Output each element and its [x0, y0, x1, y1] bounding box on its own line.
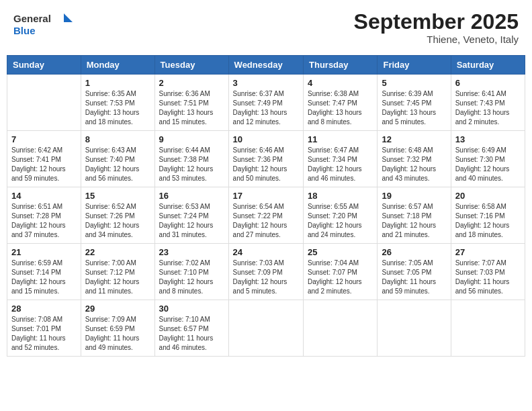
calendar-cell — [378, 300, 451, 357]
day-info: Sunrise: 6:47 AM Sunset: 7:34 PM Dayligh… — [308, 146, 373, 183]
day-info: Sunrise: 6:52 AM Sunset: 7:26 PM Dayligh… — [85, 202, 150, 240]
calendar-cell: 21Sunrise: 6:59 AM Sunset: 7:14 PM Dayli… — [7, 244, 81, 300]
day-number: 11 — [308, 134, 373, 144]
day-number: 4 — [308, 78, 373, 88]
calendar-cell: 15Sunrise: 6:52 AM Sunset: 7:26 PM Dayli… — [81, 187, 154, 244]
location-subtitle: Thiene, Veneto, Italy — [354, 34, 519, 45]
calendar-cell: 3Sunrise: 6:37 AM Sunset: 7:49 PM Daylig… — [228, 75, 303, 131]
calendar-cell: 13Sunrise: 6:49 AM Sunset: 7:30 PM Dayli… — [451, 131, 525, 187]
day-number: 25 — [308, 247, 373, 257]
day-number: 18 — [308, 191, 373, 201]
calendar-cell: 10Sunrise: 6:46 AM Sunset: 7:36 PM Dayli… — [228, 131, 303, 187]
calendar-cell: 28Sunrise: 7:08 AM Sunset: 7:01 PM Dayli… — [7, 300, 81, 357]
day-info: Sunrise: 7:09 AM Sunset: 6:59 PM Dayligh… — [85, 315, 150, 353]
day-info: Sunrise: 7:10 AM Sunset: 6:57 PM Dayligh… — [159, 315, 224, 353]
day-number: 16 — [159, 191, 224, 201]
day-info: Sunrise: 7:08 AM Sunset: 7:01 PM Dayligh… — [11, 315, 77, 353]
calendar-cell: 6Sunrise: 6:41 AM Sunset: 7:43 PM Daylig… — [451, 75, 525, 131]
calendar-week-row: 1Sunrise: 6:35 AM Sunset: 7:53 PM Daylig… — [7, 75, 525, 131]
calendar-cell: 23Sunrise: 7:02 AM Sunset: 7:10 PM Dayli… — [154, 244, 228, 300]
day-number: 1 — [85, 78, 150, 88]
day-number: 23 — [159, 247, 224, 257]
svg-text:Blue: Blue — [13, 25, 36, 36]
calendar-cell: 14Sunrise: 6:51 AM Sunset: 7:28 PM Dayli… — [7, 187, 81, 244]
calendar-cell: 19Sunrise: 6:57 AM Sunset: 7:18 PM Dayli… — [378, 187, 451, 244]
day-number: 15 — [85, 191, 150, 201]
weekday-header-tuesday: Tuesday — [154, 56, 228, 75]
calendar-cell: 5Sunrise: 6:39 AM Sunset: 7:45 PM Daylig… — [378, 75, 451, 131]
calendar-week-row: 28Sunrise: 7:08 AM Sunset: 7:01 PM Dayli… — [7, 300, 525, 357]
day-info: Sunrise: 6:57 AM Sunset: 7:18 PM Dayligh… — [382, 202, 446, 240]
calendar-cell: 17Sunrise: 6:54 AM Sunset: 7:22 PM Dayli… — [228, 187, 303, 244]
calendar-cell: 30Sunrise: 7:10 AM Sunset: 6:57 PM Dayli… — [154, 300, 228, 357]
calendar-cell: 22Sunrise: 7:00 AM Sunset: 7:12 PM Dayli… — [81, 244, 154, 300]
day-number: 10 — [233, 134, 299, 144]
calendar-cell: 7Sunrise: 6:42 AM Sunset: 7:41 PM Daylig… — [7, 131, 81, 187]
weekday-header-sunday: Sunday — [7, 56, 81, 75]
day-info: Sunrise: 6:38 AM Sunset: 7:47 PM Dayligh… — [308, 89, 373, 127]
calendar-cell: 11Sunrise: 6:47 AM Sunset: 7:34 PM Dayli… — [304, 131, 378, 187]
day-number: 14 — [11, 191, 77, 201]
day-number: 22 — [85, 247, 150, 257]
weekday-header-saturday: Saturday — [451, 56, 525, 75]
day-info: Sunrise: 7:04 AM Sunset: 7:07 PM Dayligh… — [308, 259, 373, 296]
day-number: 5 — [382, 78, 446, 88]
day-info: Sunrise: 6:44 AM Sunset: 7:38 PM Dayligh… — [159, 146, 224, 183]
calendar-cell: 1Sunrise: 6:35 AM Sunset: 7:53 PM Daylig… — [81, 75, 154, 131]
day-info: Sunrise: 6:43 AM Sunset: 7:40 PM Dayligh… — [85, 146, 150, 183]
calendar-cell: 27Sunrise: 7:07 AM Sunset: 7:03 PM Dayli… — [451, 244, 525, 300]
weekday-header-wednesday: Wednesday — [228, 56, 303, 75]
day-info: Sunrise: 6:54 AM Sunset: 7:22 PM Dayligh… — [233, 202, 299, 240]
day-number: 9 — [159, 134, 224, 144]
day-number: 20 — [455, 191, 521, 201]
day-info: Sunrise: 6:35 AM Sunset: 7:53 PM Dayligh… — [85, 89, 150, 127]
day-info: Sunrise: 6:53 AM Sunset: 7:24 PM Dayligh… — [159, 202, 224, 240]
calendar-cell: 16Sunrise: 6:53 AM Sunset: 7:24 PM Dayli… — [154, 187, 228, 244]
calendar-cell: 12Sunrise: 6:48 AM Sunset: 7:32 PM Dayli… — [378, 131, 451, 187]
weekday-header-friday: Friday — [378, 56, 451, 75]
day-info: Sunrise: 7:00 AM Sunset: 7:12 PM Dayligh… — [85, 259, 150, 296]
calendar-cell: 18Sunrise: 6:55 AM Sunset: 7:20 PM Dayli… — [304, 187, 378, 244]
day-number: 2 — [159, 78, 224, 88]
day-info: Sunrise: 7:03 AM Sunset: 7:09 PM Dayligh… — [233, 259, 299, 296]
calendar-week-row: 14Sunrise: 6:51 AM Sunset: 7:28 PM Dayli… — [7, 187, 525, 244]
calendar-cell: 24Sunrise: 7:03 AM Sunset: 7:09 PM Dayli… — [228, 244, 303, 300]
day-info: Sunrise: 7:05 AM Sunset: 7:05 PM Dayligh… — [382, 259, 446, 296]
logo-svg: General Blue — [13, 10, 74, 40]
calendar-cell: 8Sunrise: 6:43 AM Sunset: 7:40 PM Daylig… — [81, 131, 154, 187]
day-info: Sunrise: 6:41 AM Sunset: 7:43 PM Dayligh… — [455, 89, 521, 127]
day-number: 6 — [455, 78, 521, 88]
month-title: September 2025 — [354, 10, 519, 34]
day-number: 21 — [11, 247, 77, 257]
calendar-cell: 4Sunrise: 6:38 AM Sunset: 7:47 PM Daylig… — [304, 75, 378, 131]
calendar-cell — [7, 75, 81, 131]
calendar-week-row: 7Sunrise: 6:42 AM Sunset: 7:41 PM Daylig… — [7, 131, 525, 187]
day-info: Sunrise: 6:58 AM Sunset: 7:16 PM Dayligh… — [455, 202, 521, 240]
day-info: Sunrise: 6:36 AM Sunset: 7:51 PM Dayligh… — [159, 89, 224, 127]
day-number: 27 — [455, 247, 521, 257]
day-info: Sunrise: 6:39 AM Sunset: 7:45 PM Dayligh… — [382, 89, 446, 127]
calendar-cell — [228, 300, 303, 357]
svg-text:General: General — [13, 13, 51, 24]
svg-marker-2 — [64, 13, 73, 22]
page-header: General Blue September 2025 Thiene, Vene… — [7, 7, 525, 48]
day-info: Sunrise: 7:02 AM Sunset: 7:10 PM Dayligh… — [159, 259, 224, 296]
calendar-cell: 9Sunrise: 6:44 AM Sunset: 7:38 PM Daylig… — [154, 131, 228, 187]
weekday-header-thursday: Thursday — [304, 56, 378, 75]
day-number: 29 — [85, 304, 150, 314]
calendar-cell: 29Sunrise: 7:09 AM Sunset: 6:59 PM Dayli… — [81, 300, 154, 357]
day-info: Sunrise: 6:51 AM Sunset: 7:28 PM Dayligh… — [11, 202, 77, 240]
weekday-header-row: SundayMondayTuesdayWednesdayThursdayFrid… — [7, 56, 525, 75]
calendar-table: SundayMondayTuesdayWednesdayThursdayFrid… — [7, 55, 525, 357]
day-info: Sunrise: 6:55 AM Sunset: 7:20 PM Dayligh… — [308, 202, 373, 240]
day-info: Sunrise: 6:42 AM Sunset: 7:41 PM Dayligh… — [11, 146, 77, 183]
logo: General Blue — [13, 10, 74, 40]
day-info: Sunrise: 6:37 AM Sunset: 7:49 PM Dayligh… — [233, 89, 299, 127]
day-number: 30 — [159, 304, 224, 314]
day-number: 24 — [233, 247, 299, 257]
day-info: Sunrise: 6:48 AM Sunset: 7:32 PM Dayligh… — [382, 146, 446, 183]
day-number: 19 — [382, 191, 446, 201]
calendar-cell — [304, 300, 378, 357]
calendar-cell: 25Sunrise: 7:04 AM Sunset: 7:07 PM Dayli… — [304, 244, 378, 300]
day-number: 13 — [455, 134, 521, 144]
